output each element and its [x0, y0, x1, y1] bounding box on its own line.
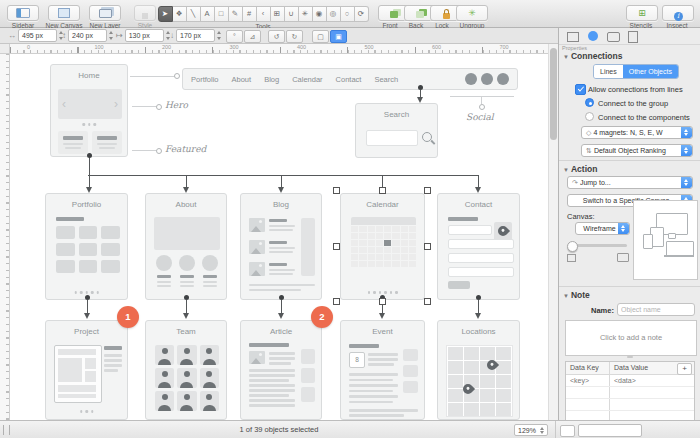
- data-table-row[interactable]: <key> <data>: [566, 375, 694, 387]
- rotate-right-button[interactable]: ↻: [286, 30, 303, 43]
- slider-knob[interactable]: [567, 241, 578, 252]
- dropdown-stepper-icon[interactable]: [618, 223, 629, 234]
- selection-handle[interactable]: [424, 298, 431, 305]
- canvas-dropdown[interactable]: Wireframe: [575, 222, 630, 235]
- zoom-control[interactable]: 129%: [514, 424, 548, 436]
- data-key-cell[interactable]: <key>: [566, 375, 610, 386]
- zoom-tool-icon[interactable]: ◎: [327, 6, 341, 22]
- connect-group-radio[interactable]: [585, 98, 594, 107]
- connector-line[interactable]: [88, 175, 479, 176]
- ungroup-button[interactable]: ✳ Ungroup: [456, 2, 488, 29]
- stamp-tool-icon[interactable]: ✳: [299, 6, 313, 22]
- data-table-empty-row[interactable]: [566, 387, 694, 399]
- connector-line[interactable]: [89, 157, 90, 175]
- object-name-input[interactable]: [617, 303, 695, 316]
- note-text-area[interactable]: Click to add a note: [565, 320, 697, 356]
- lock-button[interactable]: Lock: [430, 2, 454, 29]
- height-field[interactable]: ↕ 240 px: [62, 30, 115, 41]
- tab-other-objects[interactable]: Other Objects: [623, 65, 678, 78]
- selection-tool-icon[interactable]: ➤: [158, 6, 173, 22]
- dropdown-stepper-icon[interactable]: [681, 127, 692, 138]
- selection-handle[interactable]: [379, 298, 386, 305]
- new-canvas-button[interactable]: New Canvas: [44, 2, 84, 29]
- inspect-button[interactable]: i Inspect: [662, 2, 692, 29]
- x-field[interactable]: ↦ 130 px: [116, 30, 172, 41]
- wf-home-card[interactable]: Home ‹›: [50, 64, 128, 157]
- wf-project-card[interactable]: Project: [45, 320, 128, 420]
- grid-toggle-button[interactable]: ▢: [312, 30, 329, 43]
- sidebar-button[interactable]: Sidebar: [6, 2, 40, 29]
- snap-toggle-button[interactable]: ▣: [330, 30, 347, 43]
- pan-tool-icon[interactable]: ⟳: [355, 6, 369, 22]
- data-value-cell[interactable]: <data>: [610, 375, 636, 386]
- shape-tool-icon[interactable]: □: [215, 6, 229, 22]
- object-inspector-icon[interactable]: [565, 30, 581, 42]
- canvas[interactable]: Home ‹› PortfolioAboutBlogCalendarContac…: [10, 54, 548, 420]
- new-layer-button[interactable]: New Layer: [86, 2, 124, 29]
- stencils-button[interactable]: ⊞ Stencils: [626, 2, 656, 29]
- line-tool-icon[interactable]: ╲: [187, 6, 201, 22]
- resize-grip-icon[interactable]: [627, 356, 633, 358]
- width-field[interactable]: ↔ 495 px: [8, 30, 65, 41]
- table-tool-icon[interactable]: ⊞: [271, 6, 285, 22]
- document-inspector-icon[interactable]: [625, 30, 641, 42]
- dropdown-stepper-icon[interactable]: [681, 177, 692, 188]
- allow-connections-checkbox[interactable]: [575, 84, 586, 95]
- connector-line[interactable]: [281, 300, 282, 314]
- selection-handle[interactable]: [333, 298, 340, 305]
- data-table-empty-row[interactable]: [566, 411, 694, 420]
- back-button[interactable]: Back: [404, 2, 428, 29]
- rotation-button[interactable]: °: [226, 30, 243, 43]
- connector-line[interactable]: [87, 300, 88, 314]
- y-stepper[interactable]: [216, 30, 223, 41]
- badge-2[interactable]: 2: [311, 306, 333, 328]
- magnet-tool-icon[interactable]: ∪: [285, 6, 299, 22]
- height-stepper[interactable]: [108, 30, 115, 41]
- connections-section-header[interactable]: ▼Connections: [563, 51, 622, 61]
- target-tool-icon[interactable]: ◉: [313, 6, 327, 22]
- diagram-tool-icon[interactable]: #: [243, 6, 257, 22]
- bracket-tool-icon[interactable]: ‹: [257, 6, 271, 22]
- wf-blog-card[interactable]: Blog: [240, 193, 322, 300]
- wf-search-card[interactable]: Search: [355, 103, 438, 158]
- wf-about-card[interactable]: About: [145, 193, 227, 300]
- selection-handle[interactable]: [379, 187, 386, 194]
- note-section-header[interactable]: ▼Note: [563, 290, 590, 300]
- y-field[interactable]: ↓ 170 px: [170, 30, 223, 41]
- canvas-scrollbar[interactable]: [548, 44, 558, 420]
- connect-components-radio[interactable]: [585, 112, 594, 121]
- connector-line[interactable]: [186, 300, 187, 314]
- wf-contact-card[interactable]: Contact: [437, 193, 520, 300]
- properties-inspector-icon[interactable]: [585, 30, 601, 42]
- pen-tool-icon[interactable]: ✎: [229, 6, 243, 22]
- canvas-inspector-icon[interactable]: [605, 30, 621, 42]
- dropdown-stepper-icon[interactable]: [681, 145, 692, 156]
- wf-calendar-card[interactable]: Calendar: [340, 193, 425, 300]
- action-type-dropdown[interactable]: ↷Jump to...: [567, 176, 693, 189]
- ellipse-tool-icon[interactable]: ○: [341, 6, 355, 22]
- style-well[interactable]: Style: [134, 2, 156, 29]
- data-table-empty-row[interactable]: [566, 399, 694, 411]
- add-data-row-button[interactable]: +: [677, 363, 692, 375]
- connector-line[interactable]: [478, 300, 479, 314]
- canvas-preview-thumbnail[interactable]: [633, 200, 698, 280]
- inspector-mini-box[interactable]: [560, 425, 575, 437]
- selection-handle[interactable]: [333, 243, 340, 250]
- tab-lines[interactable]: Lines: [594, 65, 623, 78]
- inspector-mini-input[interactable]: [578, 424, 642, 437]
- rotate-left-button[interactable]: ↺: [268, 30, 285, 43]
- ranking-dropdown[interactable]: ⇅Default Object Ranking: [581, 144, 693, 157]
- text-tool-icon[interactable]: A: [201, 6, 215, 22]
- magnets-dropdown[interactable]: ◇4 magnets: N, S, E, W: [581, 126, 693, 139]
- action-section-header[interactable]: ▼Action: [563, 164, 597, 174]
- wf-locations-card[interactable]: Locations: [437, 320, 520, 420]
- front-button[interactable]: Front: [378, 2, 402, 29]
- wf-article-card[interactable]: Article: [240, 320, 322, 420]
- zoom-stepper-icon[interactable]: [539, 425, 546, 435]
- wf-portfolio-card[interactable]: Portfolio: [45, 193, 128, 300]
- flip-button[interactable]: ⊿: [244, 30, 261, 43]
- wf-team-card[interactable]: Team: [145, 320, 227, 420]
- selection-handle[interactable]: [424, 243, 431, 250]
- multiselect-tool-icon[interactable]: ❖: [173, 6, 187, 22]
- selection-handle[interactable]: [424, 187, 431, 194]
